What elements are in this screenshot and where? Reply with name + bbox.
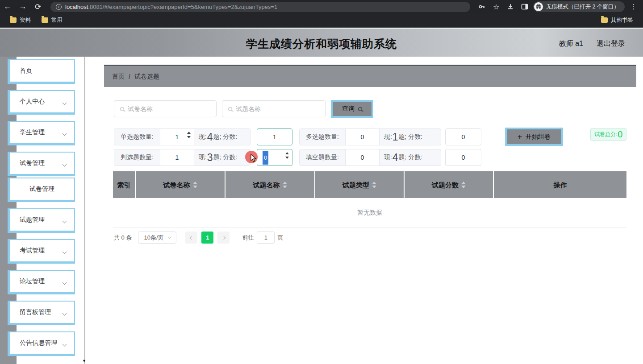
bookmark-star-icon[interactable]: ☆ <box>490 1 502 12</box>
side-panel-icon[interactable] <box>519 1 530 12</box>
passwords-key-icon[interactable] <box>476 1 488 12</box>
sidebar-item-home[interactable]: 首页 <box>8 59 75 84</box>
fill-blank-score-input[interactable]: 0 <box>445 149 481 166</box>
sidebar-item-message-board-mgmt[interactable]: 留言板管理 <box>8 301 75 325</box>
multi-choice-score-input[interactable]: 0 <box>445 128 481 145</box>
site-info-icon[interactable]: i <box>56 4 62 10</box>
goto-page-input[interactable] <box>257 232 275 244</box>
breadcrumb-home[interactable]: 首页 <box>112 73 125 81</box>
back-icon[interactable]: ← <box>0 2 15 11</box>
column-paper-name[interactable]: 试卷名称 <box>136 171 225 198</box>
next-page-button[interactable] <box>217 232 230 244</box>
forward-icon[interactable]: → <box>15 2 30 11</box>
page-size-select[interactable]: 10条/页 <box>138 232 176 244</box>
chevron-down-icon <box>63 342 67 347</box>
url-rest: :8081/#/exampapertopic?exampaperId=5&kem… <box>88 4 277 10</box>
selected-text: 0 <box>263 151 268 165</box>
chevron-down-icon <box>63 219 67 223</box>
single-choice-count-input[interactable] <box>168 133 186 141</box>
sidebar-item-label: 公告信息管理 <box>20 339 57 347</box>
score-value: 1 <box>273 133 276 141</box>
number-spinner[interactable] <box>187 132 191 138</box>
fill-blank-count-wrap <box>346 149 380 165</box>
address-bar[interactable]: i localhost:8081/#/exampapertopic?exampa… <box>50 2 470 12</box>
multi-choice-count-input[interactable] <box>353 133 371 141</box>
sidebar-scrollbar[interactable] <box>84 57 85 364</box>
spinner-down-icon[interactable] <box>187 136 191 138</box>
sidebar-item-forum-mgmt[interactable]: 论坛管理 <box>8 270 75 294</box>
sidebar-item-student-mgmt[interactable]: 学生管理 <box>8 121 75 145</box>
judge-count-input[interactable] <box>168 154 186 161</box>
judge-score-input[interactable]: 0 <box>257 149 292 166</box>
chevron-down-icon <box>63 281 67 285</box>
single-choice-label: 单选题数量: <box>114 129 160 145</box>
now-prefix: 现: <box>199 153 207 161</box>
sidebar-item-label: 学生管理 <box>20 128 45 136</box>
paper-name-input[interactable] <box>128 105 204 112</box>
column-label: 操作 <box>554 181 567 189</box>
multi-choice-count-wrap <box>346 129 380 145</box>
bookmark-label: 资料 <box>20 17 31 24</box>
chevron-left-icon <box>190 236 193 239</box>
other-bookmarks[interactable]: 其他书签 <box>596 17 639 24</box>
prev-page-button[interactable] <box>185 232 197 244</box>
spinner-up-icon[interactable] <box>187 132 191 134</box>
scroll-down-icon[interactable]: ▼ <box>82 359 86 363</box>
sidebar-item-label: 个人中心 <box>20 98 45 106</box>
other-bookmarks-label: 其他书签 <box>611 17 633 24</box>
column-question-name[interactable]: 试题名称 <box>225 171 314 198</box>
sort-icon[interactable] <box>461 182 466 188</box>
current-page[interactable]: 1 <box>201 232 213 244</box>
sidebar-item-exam-paper-mgmt[interactable]: 试卷管理 <box>8 152 75 176</box>
question-name-input-wrap <box>222 100 326 117</box>
reload-icon[interactable]: ⟳ <box>30 2 46 12</box>
judge-group: 判选题数量: 现:3题; 分数: <box>114 149 251 166</box>
sidebar-item-announcement-mgmt[interactable]: 公告信息管理 <box>8 331 75 356</box>
bookmarks-bar: 资料 常用 其他书签 <box>0 13 643 28</box>
single-choice-score-input[interactable]: 1 <box>257 128 292 145</box>
breadcrumb: 首页 / 试卷选题 <box>104 65 636 87</box>
column-question-type[interactable]: 试题类型 <box>315 171 404 198</box>
judge-count-wrap <box>160 149 194 165</box>
sidebar-item-label: 论坛管理 <box>20 277 45 285</box>
table-header: 索引 试卷名称 试题名称 试题类型 试题分数 操作 <box>113 171 626 198</box>
sidebar-item-exam-mgmt[interactable]: 考试管理 <box>8 239 75 264</box>
score-value: 0 <box>462 154 465 161</box>
column-question-score[interactable]: 试题分数 <box>405 171 493 198</box>
number-spinner[interactable] <box>285 152 289 159</box>
incognito-badge[interactable]: 无痕模式（已打开 2 个窗口） <box>533 1 625 12</box>
query-button[interactable]: 查询 <box>331 100 373 118</box>
chevron-down-icon <box>63 250 67 254</box>
spinner-up-icon[interactable] <box>285 152 289 154</box>
browser-topbar: ← → ⟳ i localhost:8081/#/exampapertopic?… <box>0 0 643 13</box>
chevron-down-icon <box>63 101 67 105</box>
downloads-icon[interactable] <box>505 1 516 12</box>
app-title: 学生成绩分析和弱项辅助系统 <box>0 37 643 51</box>
sidebar-item-question-mgmt[interactable]: 试题管理 <box>8 208 75 233</box>
sidebar-item-label: 试题管理 <box>20 216 45 224</box>
score-value: 0 <box>462 133 465 141</box>
logout-link[interactable]: 退出登录 <box>597 39 625 49</box>
bookmark-folder-zl[interactable]: 资料 <box>4 17 36 24</box>
spinner-down-icon[interactable] <box>285 157 289 159</box>
sidebar-item-label: 试卷管理 <box>20 159 45 167</box>
sidebar-item-personal-center[interactable]: 个人中心 <box>8 90 75 115</box>
sidebar-subitem-exam-paper-mgmt[interactable]: 试卷管理 <box>8 178 75 202</box>
start-compose-button[interactable]: + 开始组卷 <box>505 128 563 146</box>
total-score-value: 0 <box>618 129 622 140</box>
fill-blank-count-input[interactable] <box>353 154 371 161</box>
sidebar-item-label: 留言板管理 <box>20 308 51 316</box>
browser-menu-icon[interactable]: ⋮ <box>627 3 639 11</box>
judge-label: 判选题数量: <box>114 149 160 165</box>
sort-icon[interactable] <box>283 182 287 188</box>
sort-icon[interactable] <box>372 182 376 188</box>
page-size-value: 10条/页 <box>144 234 163 242</box>
url-text: localhost:8081/#/exampapertopic?exampape… <box>65 4 277 10</box>
search-icon <box>358 107 362 111</box>
sort-icon[interactable] <box>193 182 197 188</box>
bookmark-folder-cy[interactable]: 常用 <box>36 17 68 24</box>
breadcrumb-separator: / <box>129 73 130 80</box>
breadcrumb-current: 试卷选题 <box>134 73 159 81</box>
question-name-input[interactable] <box>236 105 312 112</box>
incognito-label: 无痕模式（已打开 2 个窗口） <box>546 3 619 11</box>
